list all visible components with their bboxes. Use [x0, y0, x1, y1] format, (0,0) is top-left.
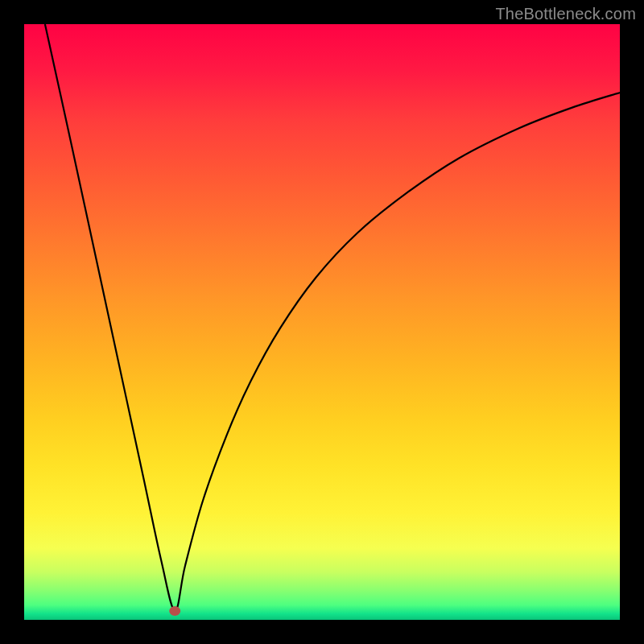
chart-frame: TheBottleneck.com [0, 0, 644, 644]
watermark-text: TheBottleneck.com [495, 5, 636, 23]
bottleneck-curve-svg [24, 24, 620, 620]
bottleneck-curve [45, 24, 620, 611]
optimal-point-marker [169, 606, 180, 616]
plot-area [24, 24, 620, 620]
